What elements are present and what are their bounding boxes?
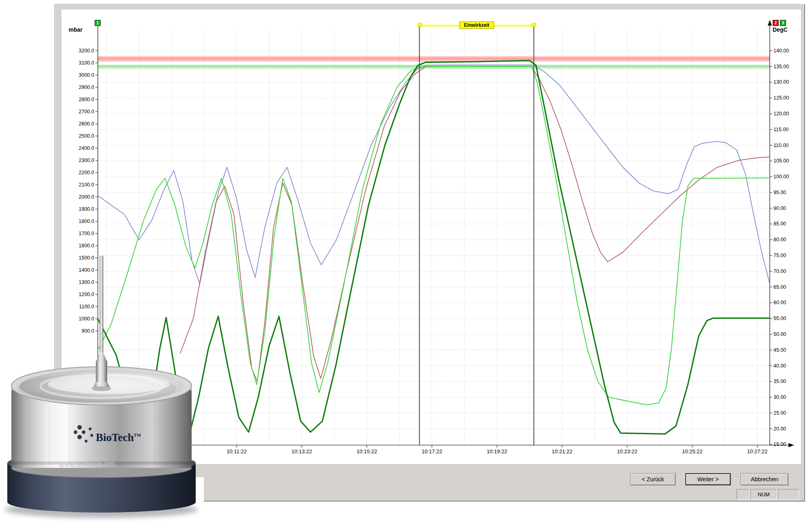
weiter-button[interactable]: Weiter > [685, 473, 731, 485]
svg-text:40.00: 40.00 [773, 363, 786, 369]
svg-text:2500.0: 2500.0 [79, 133, 94, 139]
svg-text:10:27:22: 10:27:22 [747, 448, 768, 454]
status-cell-empty-right [778, 489, 799, 500]
svg-text:135.00: 135.00 [773, 64, 789, 69]
status-num-indicator: NUM [750, 489, 777, 500]
svg-text:10:11:22: 10:11:22 [227, 448, 247, 454]
svg-text:110.00: 110.00 [773, 143, 788, 148]
svg-text:1700.0: 1700.0 [79, 231, 94, 236]
svg-text:45.00: 45.00 [773, 347, 786, 353]
svg-text:10:21:22: 10:21:22 [552, 448, 572, 454]
svg-text:50.00: 50.00 [773, 331, 786, 337]
svg-text:2700.0: 2700.0 [79, 109, 94, 115]
einwirkzeit-label: Einwirkzeit [460, 22, 494, 29]
svg-text:100.00: 100.00 [773, 174, 789, 180]
abbrechen-button[interactable]: Abbrechen [741, 473, 788, 485]
svg-text:3100.0: 3100.0 [79, 60, 94, 66]
svg-text:1800.0: 1800.0 [79, 219, 94, 224]
svg-text:10:23:22: 10:23:22 [617, 448, 637, 454]
svg-text:60.00: 60.00 [773, 300, 786, 305]
screenshot-root: 15.0020.0025.0030.0035.0040.0045.0050.00… [0, 0, 812, 528]
svg-text:90.00: 90.00 [773, 206, 786, 211]
svg-text:10:25:22: 10:25:22 [682, 448, 703, 454]
svg-text:65.00: 65.00 [773, 284, 786, 290]
svg-text:10:17:22: 10:17:22 [422, 448, 443, 454]
svg-text:115.00: 115.00 [773, 127, 788, 132]
svg-text:2900.0: 2900.0 [79, 84, 94, 90]
svg-text:55.00: 55.00 [773, 316, 786, 321]
svg-text:30.00: 30.00 [773, 394, 786, 400]
svg-text:20.00: 20.00 [773, 426, 786, 432]
svg-text:10:15:22: 10:15:22 [356, 448, 377, 454]
status-cell-empty-left [736, 489, 749, 500]
svg-text:10:13:22: 10:13:22 [292, 448, 312, 454]
svg-text:10:19:22: 10:19:22 [487, 448, 508, 454]
channel-2-badge: 2 [773, 20, 779, 26]
channel-3-badge: 3 [780, 20, 786, 26]
left-axis-unit: mbar [69, 26, 82, 33]
right-axis-unit: DegC [773, 26, 788, 33]
svg-text:120.00: 120.00 [773, 111, 789, 117]
svg-text:2600.0: 2600.0 [79, 121, 94, 127]
svg-text:25.00: 25.00 [773, 410, 786, 416]
svg-text:85.00: 85.00 [773, 221, 786, 227]
svg-text:95.00: 95.00 [773, 190, 786, 195]
svg-text:15.00: 15.00 [773, 441, 786, 447]
svg-text:2800.0: 2800.0 [79, 97, 94, 102]
svg-text:130.00: 130.00 [773, 79, 789, 85]
svg-text:105.00: 105.00 [773, 158, 789, 164]
svg-text:75.00: 75.00 [773, 253, 786, 258]
svg-text:2300.0: 2300.0 [79, 158, 94, 163]
svg-text:2200.0: 2200.0 [79, 170, 94, 175]
svg-text:2000.0: 2000.0 [79, 194, 94, 200]
svg-text:125.00: 125.00 [773, 95, 789, 101]
svg-text:3000.0: 3000.0 [79, 72, 94, 78]
logo-text: BioTech [96, 431, 134, 444]
svg-text:70.00: 70.00 [773, 268, 786, 274]
svg-text:3200.0: 3200.0 [79, 48, 94, 54]
zurueck-button[interactable]: < Zurück [630, 473, 676, 485]
svg-text:140.00: 140.00 [773, 48, 789, 54]
device-photo: BioTechTM www.v.zfone.net [0, 244, 211, 528]
svg-text:2400.0: 2400.0 [79, 145, 94, 151]
svg-text:2100.0: 2100.0 [79, 182, 94, 188]
svg-text:1900.0: 1900.0 [79, 206, 94, 212]
svg-text:80.00: 80.00 [773, 237, 786, 242]
logo-tm-mark: TM [134, 433, 141, 437]
svg-text:35.00: 35.00 [773, 379, 786, 384]
channel-1-badge: 1 [95, 20, 101, 26]
